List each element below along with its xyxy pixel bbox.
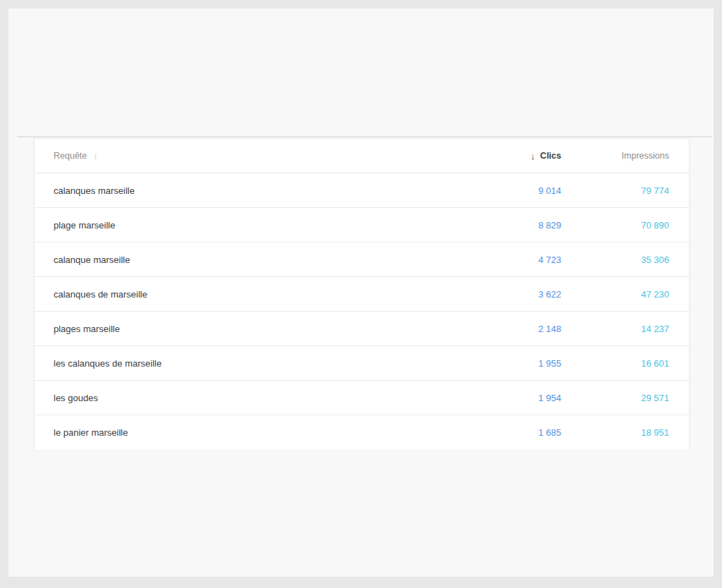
column-header-impressions-label: Impressions xyxy=(622,151,669,161)
clicks-cell: 3 622 xyxy=(470,289,561,300)
query-cell: plages marseille xyxy=(54,324,470,334)
clicks-cell: 1 955 xyxy=(470,358,561,369)
column-header-clicks-label: Clics xyxy=(540,151,561,161)
column-header-impressions[interactable]: Impressions xyxy=(561,151,669,161)
clicks-cell: 9 014 xyxy=(470,185,561,196)
table-row[interactable]: les goudes1 95429 571 xyxy=(35,381,689,415)
sort-descending-icon: ↓ xyxy=(531,151,536,161)
page-surface: Requête ↑ ↓ Clics Impressions calanques … xyxy=(8,8,714,577)
query-cell: calanques de marseille xyxy=(54,289,470,300)
table-row[interactable]: calanques marseille9 01479 774 xyxy=(35,173,689,208)
search-queries-table-card: Requête ↑ ↓ Clics Impressions calanques … xyxy=(34,138,690,449)
table-header-row: Requête ↑ ↓ Clics Impressions xyxy=(35,139,689,173)
query-cell: les calanques de marseille xyxy=(54,358,470,369)
clicks-cell: 4 723 xyxy=(470,255,561,265)
impressions-cell: 70 890 xyxy=(561,220,669,231)
impressions-cell: 79 774 xyxy=(561,185,669,196)
column-header-clicks[interactable]: ↓ Clics xyxy=(470,151,561,161)
impressions-cell: 29 571 xyxy=(561,393,669,403)
table-row[interactable]: le panier marseille1 68518 951 xyxy=(35,415,689,450)
table-body: calanques marseille9 01479 774plage mars… xyxy=(35,173,689,450)
table-row[interactable]: calanques de marseille3 62247 230 xyxy=(35,277,689,312)
query-cell: calanques marseille xyxy=(54,185,470,196)
impressions-cell: 16 601 xyxy=(561,358,669,369)
clicks-cell: 1 954 xyxy=(470,393,561,403)
query-cell: les goudes xyxy=(54,393,470,403)
impressions-cell: 47 230 xyxy=(561,289,669,300)
query-cell: plage marseille xyxy=(54,220,470,231)
query-cell: le panier marseille xyxy=(54,427,470,438)
table-row[interactable]: plages marseille2 14814 237 xyxy=(35,312,689,346)
impressions-cell: 35 306 xyxy=(561,255,669,265)
clicks-cell: 8 829 xyxy=(470,220,561,231)
column-header-query[interactable]: Requête ↑ xyxy=(54,151,470,161)
table-row[interactable]: plage marseille8 82970 890 xyxy=(35,208,689,243)
sort-ascending-icon: ↑ xyxy=(93,151,98,161)
column-header-query-label: Requête xyxy=(54,151,87,161)
impressions-cell: 18 951 xyxy=(561,427,669,438)
clicks-cell: 1 685 xyxy=(470,427,561,438)
impressions-cell: 14 237 xyxy=(561,324,669,334)
clicks-cell: 2 148 xyxy=(470,324,561,334)
section-divider xyxy=(17,136,712,137)
table-row[interactable]: les calanques de marseille1 95516 601 xyxy=(35,346,689,381)
table-row[interactable]: calanque marseille4 72335 306 xyxy=(35,243,689,277)
query-cell: calanque marseille xyxy=(54,255,470,265)
screenshot-canvas: Requête ↑ ↓ Clics Impressions calanques … xyxy=(0,0,722,588)
